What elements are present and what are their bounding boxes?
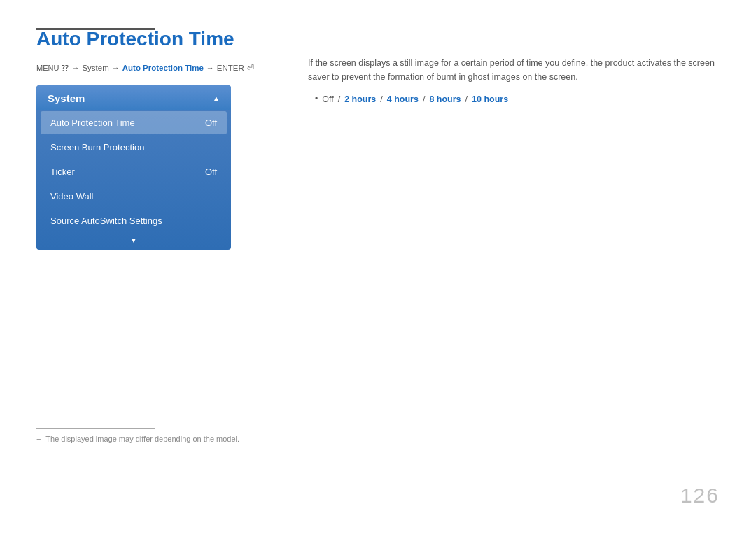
- panel-arrow-down-icon: ▼: [36, 234, 231, 246]
- footnote-text: − The displayed image may differ dependi…: [36, 435, 239, 443]
- option-separator-2: /: [380, 92, 382, 106]
- breadcrumb-current: Auto Protection Time: [122, 64, 204, 72]
- breadcrumb-arrow-3: →: [206, 64, 214, 72]
- menu-item-source-autoswitch[interactable]: Source AutoSwitch Settings: [41, 209, 227, 232]
- option-10hours: 10 hours: [472, 92, 508, 106]
- option-separator-1: /: [338, 92, 340, 106]
- footnote-section: − The displayed image may differ dependi…: [36, 428, 239, 443]
- option-8hours: 8 hours: [429, 92, 461, 106]
- menu-item-value-ticker: Off: [205, 167, 217, 177]
- breadcrumb-arrow-2: →: [112, 64, 120, 72]
- menu-item-label-source-autoswitch: Source AutoSwitch Settings: [50, 216, 162, 226]
- enter-icon: ⏎: [247, 63, 254, 73]
- menu-item-label-screen-burn: Screen Burn Protection: [50, 142, 144, 153]
- menu-item-label-video-wall: Video Wall: [50, 191, 93, 202]
- breadcrumb-enter: ENTER: [217, 64, 244, 72]
- option-4hours: 4 hours: [387, 92, 419, 106]
- right-content: If the screen displays a still image for…: [308, 56, 720, 106]
- option-separator-4: /: [465, 92, 468, 106]
- page-container: Auto Protection Time MENU ⁇ → System → A…: [0, 0, 756, 534]
- menu-item-value-auto-protection: Off: [205, 118, 217, 128]
- breadcrumb-system: System: [82, 64, 108, 72]
- option-2hours: 2 hours: [344, 92, 376, 106]
- breadcrumb-arrow-1: →: [71, 64, 79, 72]
- menu-item-ticker[interactable]: Ticker Off: [41, 160, 227, 183]
- options-list: Off / 2 hours / 4 hours / 8 hours / 10 h…: [308, 92, 720, 106]
- breadcrumb: MENU ⁇ → System → Auto Protection Time →…: [36, 63, 295, 73]
- description-main: If the screen displays a still image for…: [308, 56, 720, 84]
- menu-label: MENU: [36, 64, 59, 72]
- menu-item-label-ticker: Ticker: [50, 167, 75, 177]
- menu-icon-symbol: ⁇: [62, 64, 69, 73]
- page-title: Auto Protection Time: [36, 28, 295, 50]
- page-number: 126: [680, 484, 720, 507]
- panel-arrow-up-icon: ▲: [213, 94, 220, 102]
- option-separator-3: /: [423, 92, 425, 106]
- footnote-dash: −: [36, 435, 41, 443]
- menu-item-screen-burn[interactable]: Screen Burn Protection: [41, 136, 227, 159]
- menu-item-label-auto-protection: Auto Protection Time: [50, 118, 135, 128]
- system-panel-header: System ▲: [36, 85, 231, 110]
- system-panel-title: System: [48, 92, 85, 104]
- system-panel: System ▲ Auto Protection Time Off Screen…: [36, 85, 231, 250]
- option-off: Off: [322, 92, 333, 106]
- footnote-content: The displayed image may differ depending…: [46, 435, 239, 443]
- menu-item-video-wall[interactable]: Video Wall: [41, 185, 227, 208]
- left-section: Auto Protection Time MENU ⁇ → System → A…: [36, 28, 295, 250]
- options-item: Off / 2 hours / 4 hours / 8 hours / 10 h…: [315, 92, 720, 106]
- footnote-line: [36, 428, 155, 429]
- menu-item-auto-protection[interactable]: Auto Protection Time Off: [41, 111, 227, 134]
